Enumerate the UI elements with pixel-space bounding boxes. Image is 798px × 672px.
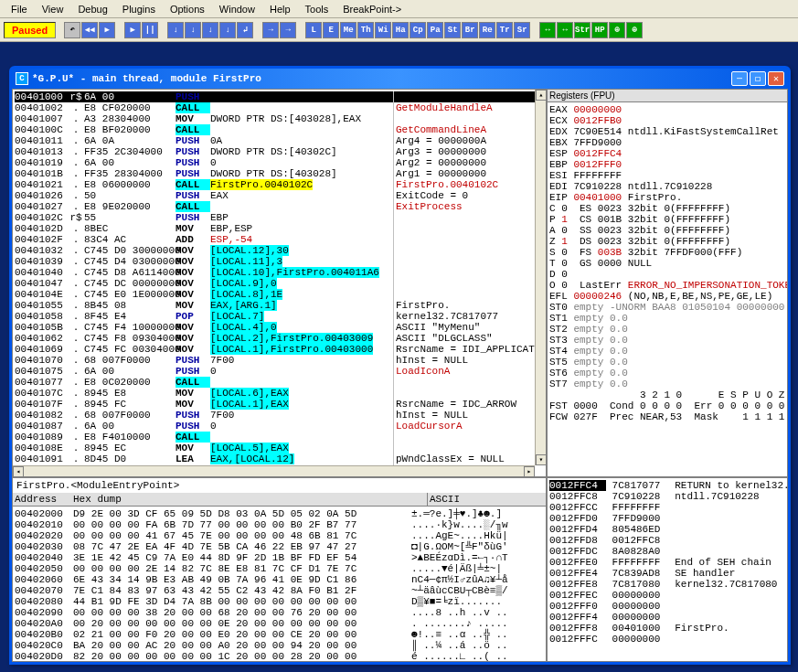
stack-row[interactable]: 0012FFD4 805486ED <box>549 524 785 535</box>
disasm-row[interactable]: 0040107C.8945 E8MOV[LOCAL.6],EAX <box>15 388 544 399</box>
toolbar-button[interactable]: Me <box>340 22 356 38</box>
dump-row[interactable]: 0040205000 00 00 00 2E 14 82 7C 8E E8 81… <box>15 563 544 574</box>
toolbar-button[interactable]: ⊕ <box>626 22 643 38</box>
dump-row[interactable]: 00402000D9 2E 00 3D CF 65 09 5D D8 03 0A… <box>15 508 544 519</box>
register-row[interactable]: ST6 empty 0.0 <box>549 368 785 379</box>
disasm-row[interactable]: 00401040.C745 D8 A6114000MOV[LOCAL.10],F… <box>15 267 544 278</box>
dump-row[interactable]: 0040203008 7C 47 2E EA 4F 4D 7E 5B CA 46… <box>15 541 544 552</box>
stack-row[interactable]: 0012FFC8 7C910228 ntdll.7C910228 <box>549 491 785 502</box>
toolbar-button[interactable]: Sr <box>514 22 530 38</box>
toolbar-button[interactable]: ↓ <box>167 22 184 38</box>
register-row[interactable]: EBX 7FFD9000 <box>549 137 785 148</box>
stack-row[interactable]: 0012FFE8 7C817080 kernel32.7C817080 <box>549 579 785 590</box>
register-row[interactable]: EAX 00000000 <box>549 104 785 115</box>
menu-window[interactable]: Window <box>212 2 262 16</box>
register-row[interactable]: EFL 00000246 (NO,NB,E,BE,NS,PE,GE,LE) <box>549 291 785 302</box>
stack-row[interactable]: 0012FFF4 00000000 <box>549 612 785 623</box>
disasm-row[interactable]: 00401002.E8 CF020000CALLGetModuleHandleA <box>15 102 544 113</box>
disasm-row[interactable]: 00401039.C745 D4 03000000MOV[LOCAL.11],3 <box>15 256 544 267</box>
stack-row[interactable]: 0012FFCC FFFFFFFF <box>549 502 785 513</box>
register-row[interactable]: T 0 GS 0000 NULL <box>549 258 785 269</box>
stack-row[interactable]: 0012FFF8 00401000 FirstPro. <box>549 623 785 634</box>
toolbar-button[interactable]: ⊕ <box>609 22 625 38</box>
disasm-row[interactable]: 0040102D.8BECMOVEBP,ESP <box>15 223 544 234</box>
menu-help[interactable]: Help <box>262 2 298 16</box>
disasm-row[interactable]: 00401087.6A 00PUSH0LoadCursorA <box>15 421 544 432</box>
toolbar-button[interactable]: Cp <box>410 22 426 38</box>
close-button[interactable]: ✕ <box>768 71 784 86</box>
toolbar-button[interactable]: || <box>142 22 158 38</box>
disasm-row[interactable]: 00401091.8D45 D0LEAEAX,[LOCAL.12]pWndCla… <box>15 453 544 464</box>
register-row[interactable]: A 0 SS 0023 32bit 0(FFFFFFFF) <box>549 225 785 236</box>
register-row[interactable]: EDI 7C910228 ntdll.7C910228 <box>549 181 785 192</box>
disasm-row[interactable]: 0040102F.83C4 ACADDESP,-54 <box>15 234 544 245</box>
disasm-row[interactable]: 0040108E.8945 ECMOV[LOCAL.5],EAX <box>15 443 544 453</box>
dump-row[interactable]: 004020C0BA 20 00 00 AC 20 00 00 A0 20 00… <box>15 640 544 651</box>
register-row[interactable]: S 0 FS 003B 32bit 7FFDF000(FFF) <box>549 247 785 258</box>
scrollbar-vertical[interactable]: ▴▾ <box>535 90 546 465</box>
disasm-row[interactable]: 00401075.6A 00PUSH0LoadIconA <box>15 366 544 377</box>
stack-row[interactable]: 0012FFD8 0012FFC8 <box>549 535 785 546</box>
toolbar-button[interactable]: ▶ <box>124 22 141 38</box>
toolbar-button[interactable]: Ha <box>392 22 409 38</box>
disasm-row[interactable]: 0040105B.C745 F4 10000000MOV[LOCAL.4],0A… <box>15 322 544 333</box>
dump-row[interactable]: 004020B002 21 00 00 F0 20 00 00 E0 20 00… <box>15 629 544 640</box>
menu-view[interactable]: View <box>35 2 71 16</box>
dump-row[interactable]: 004020606E 43 34 14 9B E3 AB 49 0B 7A 96… <box>15 574 544 585</box>
stack-pane[interactable]: 0012FFC4 7C817077 RETURN to kernel32.7C8… <box>547 477 788 662</box>
register-row[interactable]: Z 1 DS 0023 32bit 0(FFFFFFFF) <box>549 236 785 247</box>
stack-row[interactable]: 0012FFE4 7C839AD8 SE handler <box>549 568 785 579</box>
disasm-row[interactable]: 00401058.8F45 E4POP[LOCAL.7]kernel32.7C8… <box>15 311 544 322</box>
disasm-row[interactable]: 0040101B.FF35 28304000PUSHDWORD PTR DS:[… <box>15 168 544 179</box>
disasm-row[interactable]: 00401047.C745 DC 00000000MOV[LOCAL.9],0 <box>15 278 544 289</box>
register-row[interactable]: 3 2 1 0 E S P U O Z D <box>549 389 785 400</box>
toolbar-button[interactable]: ↓ <box>202 22 218 38</box>
disassembly-pane[interactable]: 00401000r$6A 00PUSH0pModule = NULL004010… <box>12 89 547 477</box>
disasm-row[interactable]: 0040104E.C745 E0 1E000000MOV[LOCAL.8],1E <box>15 289 544 300</box>
toolbar-button[interactable]: Br <box>462 22 478 38</box>
disasm-row[interactable]: 00401077.E8 0C020000CALL <box>15 377 544 388</box>
register-row[interactable]: ECX 0012FFB0 <box>549 115 785 126</box>
register-row[interactable]: ST2 empty 0.0 <box>549 324 785 335</box>
minimize-button[interactable]: ─ <box>731 71 748 86</box>
toolbar-button[interactable]: Pa <box>427 22 443 38</box>
register-row[interactable]: ST3 empty 0.0 <box>549 335 785 346</box>
toolbar-button[interactable]: E <box>323 22 339 38</box>
register-row[interactable]: ESI FFFFFFFF <box>549 170 785 181</box>
toolbar-button[interactable]: ↔ <box>557 22 573 38</box>
disasm-row[interactable]: 00401089.E8 F4010000CALL <box>15 432 544 443</box>
dump-row[interactable]: 004020403E 1E 42 45 C9 7A E0 44 8D 9F 2D… <box>15 552 544 563</box>
register-row[interactable]: EBP 0012FFF0 <box>549 159 785 170</box>
register-row[interactable]: C 0 ES 0023 32bit 0(FFFFFFFF) <box>549 203 785 214</box>
dump-row[interactable]: 0040202000 00 00 00 41 67 45 7E 00 00 00… <box>15 530 544 541</box>
dump-row[interactable]: 004020A000 20 00 00 00 00 00 00 0E 20 00… <box>15 618 544 629</box>
disasm-row[interactable]: 00401026.50PUSHEAXExitCode = 0 <box>15 190 544 201</box>
toolbar-button[interactable]: ↔ <box>539 22 556 38</box>
stack-row[interactable]: 0012FFD0 7FFD9000 <box>549 513 785 524</box>
toolbar-button[interactable]: St <box>444 22 461 38</box>
disasm-row[interactable]: 00401082.68 007F0000PUSH7F00hInst = NULL <box>15 410 544 421</box>
toolbar-button[interactable]: ▶ <box>99 22 115 38</box>
dump-row[interactable]: 004020707E C1 84 83 97 63 43 42 55 C2 43… <box>15 585 544 596</box>
toolbar-button[interactable]: ↶ <box>64 22 80 38</box>
disasm-row[interactable]: 00401055.8B45 08MOVEAX,[ARG.1]FirstPro. <box>15 300 544 311</box>
dump-row[interactable]: 0040201000 00 00 00 FA 6B 7D 77 00 00 00… <box>15 519 544 530</box>
register-row[interactable]: ST5 empty 0.0 <box>549 357 785 368</box>
register-row[interactable]: ST1 empty 0.0 <box>549 313 785 324</box>
stack-row[interactable]: 0012FFE0 FFFFFFFF End of SEH chain <box>549 557 785 568</box>
menu-breakpoint[interactable]: BreakPoint-> <box>335 2 409 16</box>
register-row[interactable]: FST 0000 Cond 0 0 0 0 Err 0 0 0 0 0 0 0 <box>549 400 785 411</box>
dump-row[interactable]: 0040208044 B1 9D FE 3D D4 7A 8B 00 00 00… <box>15 596 544 607</box>
toolbar-button[interactable]: → <box>262 22 279 38</box>
register-row[interactable]: ESP 0012FFC4 <box>549 148 785 159</box>
menu-debug[interactable]: Debug <box>70 2 114 16</box>
toolbar-button[interactable]: → <box>280 22 296 38</box>
dump-pane[interactable]: FirstPro.<ModuleEntryPoint> Address Hex … <box>12 477 547 662</box>
disasm-row[interactable]: 00401070.68 007F0000PUSH7F00hInst = NULL <box>15 355 544 366</box>
toolbar-button[interactable]: Str <box>574 22 591 38</box>
toolbar-button[interactable]: ↓ <box>219 22 236 38</box>
toolbar-button[interactable]: ↓ <box>185 22 201 38</box>
toolbar-button[interactable]: L <box>305 22 322 38</box>
stack-row[interactable]: 0012FFFC 00000000 <box>549 634 785 645</box>
disasm-row[interactable]: 00401069.C745 FC 00304000MOV[LOCAL.1],Fi… <box>15 344 544 355</box>
